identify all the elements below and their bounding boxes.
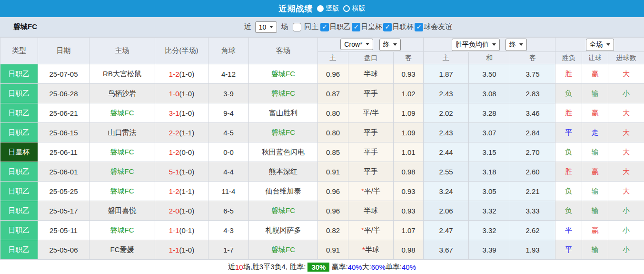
match-count-select[interactable]: 10 bbox=[255, 21, 277, 33]
asian-away-odds-cell: 1.02 bbox=[394, 84, 424, 103]
match-count-value: 10 bbox=[259, 23, 267, 31]
league-filter-item[interactable]: ✓日联杯 bbox=[383, 22, 414, 31]
asian-home-odds-cell: 0.96 bbox=[318, 182, 348, 201]
euro-home-odds-cell: 3.24 bbox=[424, 182, 469, 201]
league-filters: ✓日职乙✓日皇杯✓日联杯✓球会友谊 bbox=[320, 22, 452, 31]
handicap-result-cell: 赢 bbox=[582, 64, 608, 84]
league-type-cell: 日职乙 bbox=[0, 84, 38, 103]
match-row: 日皇杯25-06-11磐城FC1-2(0-0)0-0秋田蓝色闪电0.85平手1.… bbox=[0, 142, 644, 162]
score-cell: 2-0(1-0) bbox=[155, 201, 208, 221]
checkbox-checked-icon[interactable]: ✓ bbox=[415, 23, 423, 31]
handicap-cell: 半球 bbox=[348, 64, 394, 84]
radio-vertical-layout[interactable]: 竖版 bbox=[317, 4, 339, 13]
league-filter-item[interactable]: ✓日职乙 bbox=[320, 22, 351, 31]
same-home-checkbox[interactable] bbox=[293, 23, 301, 31]
outcome-cell: 胜 bbox=[555, 162, 582, 182]
match-row: 日职乙25-06-15山口雷法2-2(1-1)4-5磐城FC0.80平手1.09… bbox=[0, 123, 644, 142]
goals-result-cell: 小 bbox=[608, 84, 644, 103]
euro-away-odds-cell: 2.70 bbox=[510, 142, 555, 162]
score-cell: 1-1(0-1) bbox=[155, 221, 208, 240]
sub-header-handicap-result: 让球 bbox=[582, 52, 608, 64]
euro-odds-time-select[interactable]: 终 bbox=[505, 39, 527, 51]
chevron-down-icon bbox=[366, 43, 369, 45]
away-team-cell: 磐城FC bbox=[249, 201, 318, 221]
asian-away-odds-cell: 1.09 bbox=[394, 103, 424, 123]
home-team-cell: FC爱媛 bbox=[89, 240, 155, 260]
euro-home-odds-cell: 2.43 bbox=[424, 123, 469, 142]
euro-odds-type-select[interactable]: 胜平负均值 bbox=[452, 39, 500, 51]
corners-cell: 6-5 bbox=[208, 201, 249, 221]
checkbox-checked-icon[interactable]: ✓ bbox=[320, 23, 329, 31]
league-filter-item[interactable]: ✓日皇杯 bbox=[352, 22, 382, 31]
same-home-label: 同主 bbox=[304, 22, 318, 31]
asian-away-odds-cell: 0.98 bbox=[394, 240, 424, 260]
outcome-cell: 胜 bbox=[555, 103, 582, 123]
summary-text: 10 bbox=[235, 263, 243, 271]
euro-away-odds-cell: 2.60 bbox=[510, 162, 555, 182]
euro-away-odds-cell: 3.75 bbox=[510, 64, 555, 84]
asian-home-odds-cell: 0.96 bbox=[318, 64, 348, 84]
date-cell: 25-05-17 bbox=[38, 201, 89, 221]
team-name: 磐城FC bbox=[13, 22, 37, 31]
summary-text: 赢率: bbox=[331, 263, 347, 272]
away-team-cell: 磐城FC bbox=[249, 84, 318, 103]
away-team-cell: 熊本深红 bbox=[249, 162, 318, 182]
asian-away-odds-cell: 0.98 bbox=[394, 162, 424, 182]
euro-home-odds-cell: 2.02 bbox=[424, 103, 469, 123]
league-filter-item[interactable]: ✓球会友谊 bbox=[415, 22, 452, 31]
asian-odds-time-select[interactable]: 终 bbox=[379, 39, 401, 51]
match-row: 日职乙25-06-01磐城FC5-1(1-0)4-4熊本深红0.91平手0.98… bbox=[0, 162, 644, 182]
home-team-cell: 磐城FC bbox=[89, 162, 155, 182]
away-team-cell: 秋田蓝色闪电 bbox=[249, 142, 318, 162]
goals-result-cell: 大 bbox=[608, 123, 644, 142]
outcome-cell: 负 bbox=[555, 84, 582, 103]
league-type-cell: 日职乙 bbox=[0, 123, 38, 142]
outcome-cell: 平 bbox=[555, 123, 582, 142]
asian-away-odds-cell: 0.93 bbox=[394, 182, 424, 201]
euro-away-odds-cell: 2.21 bbox=[510, 182, 555, 201]
date-cell: 25-05-25 bbox=[38, 182, 89, 201]
league-type-cell: 日职乙 bbox=[0, 162, 38, 182]
chevron-down-icon bbox=[393, 43, 397, 46]
euro-home-odds-cell: 2.06 bbox=[424, 201, 469, 221]
sub-header-euro-draw: 和 bbox=[469, 52, 510, 64]
euro-away-odds-cell: 2.83 bbox=[510, 84, 555, 103]
goals-result-cell: 大 bbox=[608, 64, 644, 84]
asian-home-odds-cell: 0.96 bbox=[318, 201, 348, 221]
asian-home-odds-cell: 0.87 bbox=[318, 84, 348, 103]
handicap-result-cell: 输 bbox=[582, 142, 608, 162]
bookmaker-select[interactable]: Crow* bbox=[340, 39, 373, 50]
euro-home-odds-cell: 2.44 bbox=[424, 142, 469, 162]
outcome-cell: 胜 bbox=[555, 64, 582, 84]
date-cell: 25-06-15 bbox=[38, 123, 89, 142]
euro-draw-odds-cell: 3.15 bbox=[469, 142, 510, 162]
asian-away-odds-cell: 1.07 bbox=[394, 221, 424, 240]
match-scope-select[interactable]: 全场 bbox=[586, 39, 614, 51]
away-team-cell: 磐城FC bbox=[249, 240, 318, 260]
sub-header-goals: 进球数 bbox=[608, 52, 644, 64]
outcome-cell: 负 bbox=[555, 201, 582, 221]
corners-cell: 4-4 bbox=[208, 162, 249, 182]
score-cell: 1-2(1-0) bbox=[155, 64, 208, 84]
match-row: 日职乙25-05-25磐城FC1-2(1-1)11-4仙台维加泰0.96*平/半… bbox=[0, 182, 644, 201]
bookmaker-value: Crow* bbox=[344, 41, 362, 48]
summary-text: 单率: bbox=[386, 263, 402, 272]
checkbox-checked-icon[interactable]: ✓ bbox=[383, 23, 392, 31]
col-header-away: 客场 bbox=[249, 38, 318, 64]
asian-odds-header: Crow* 终 bbox=[318, 38, 424, 52]
radio-horizontal-layout[interactable]: 横版 bbox=[343, 4, 366, 13]
corners-cell: 4-12 bbox=[208, 64, 249, 84]
corners-cell: 11-4 bbox=[208, 182, 249, 201]
euro-home-odds-cell: 2.47 bbox=[424, 221, 469, 240]
match-row: 日职乙25-06-28鸟栖沙岩1-0(1-0)3-9磐城FC0.87平手1.02… bbox=[0, 84, 644, 103]
score-cell: 1-1(1-0) bbox=[155, 240, 208, 260]
handicap-cell: *平/半 bbox=[348, 182, 394, 201]
checkbox-checked-icon[interactable]: ✓ bbox=[352, 23, 360, 31]
asian-home-odds-cell: 0.82 bbox=[318, 221, 348, 240]
asian-home-odds-cell: 0.91 bbox=[318, 162, 348, 182]
euro-draw-odds-cell: 3.39 bbox=[469, 240, 510, 260]
asian-away-odds-cell: 1.01 bbox=[394, 142, 424, 162]
match-row: 日职乙25-06-21磐城FC3-1(1-0)9-4富山胜利0.80平/半1.0… bbox=[0, 103, 644, 123]
summary-text: 近 bbox=[228, 263, 235, 272]
result-header: 全场 bbox=[555, 38, 644, 52]
